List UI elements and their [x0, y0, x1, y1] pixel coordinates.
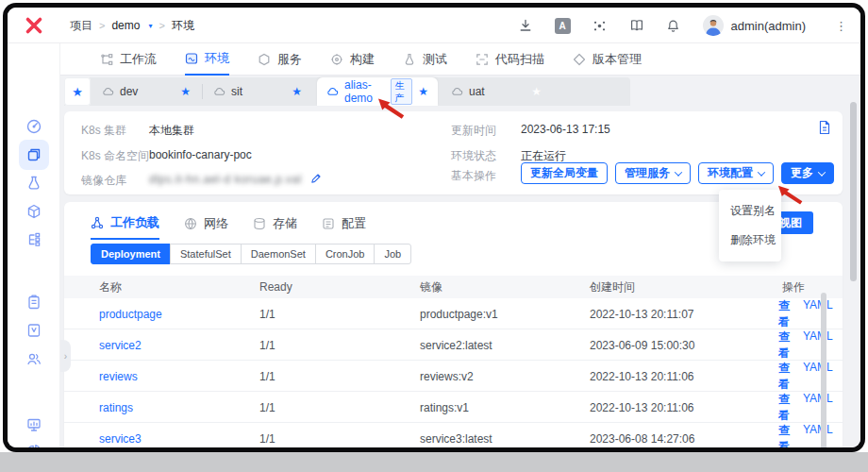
- table-scrollbar[interactable]: [821, 293, 826, 447]
- user-menu[interactable]: admin(admin): [703, 15, 806, 36]
- workload-name-link[interactable]: service2: [99, 339, 259, 352]
- operations-label: 基本操作: [451, 168, 496, 184]
- favorite-star-icon[interactable]: ★: [531, 85, 542, 98]
- credential-book-icon[interactable]: [19, 315, 49, 346]
- test-flask-icon[interactable]: [19, 168, 49, 198]
- workload-name-link[interactable]: service3: [99, 432, 259, 446]
- page-scrollbar[interactable]: [850, 102, 857, 281]
- config-file-icon: [322, 217, 335, 230]
- more-button[interactable]: 更多: [781, 162, 834, 184]
- template-clipboard-icon[interactable]: [19, 287, 49, 317]
- tab-code-scan[interactable]: 代码扫描: [476, 43, 544, 75]
- docs-icon[interactable]: [629, 18, 644, 33]
- favorite-star-icon[interactable]: ★: [292, 85, 302, 98]
- tab-workload[interactable]: 工作负载: [91, 214, 159, 240]
- env-tab-dev[interactable]: dev ★: [92, 77, 200, 106]
- projects-icon[interactable]: [19, 140, 49, 170]
- resource-tabs: 工作负载 网络 存储 配置: [91, 214, 366, 240]
- breadcrumb-project[interactable]: demo: [111, 19, 140, 32]
- zadig-logo-icon[interactable]: [24, 15, 44, 36]
- yaml-link[interactable]: YAML: [803, 423, 833, 447]
- view-link[interactable]: 查看: [778, 392, 790, 424]
- col-created: 创建时间: [590, 279, 778, 295]
- kind-job[interactable]: Job: [374, 244, 411, 264]
- kind-cronjob[interactable]: CronJob: [315, 244, 376, 264]
- breadcrumb-separator: >: [159, 20, 164, 31]
- workload-kind-switcher: Deployment StatefulSet DaemonSet CronJob…: [91, 244, 411, 264]
- menu-item-set-alias[interactable]: 设置别名: [719, 196, 781, 226]
- tab-config[interactable]: 配置: [322, 214, 366, 240]
- kind-deployment[interactable]: Deployment: [91, 244, 171, 264]
- view-link[interactable]: 查看: [778, 329, 790, 362]
- dashboard-icon[interactable]: [19, 111, 49, 142]
- created-value: 2022-10-13 20:11:07: [590, 308, 778, 321]
- notifications-bell-icon[interactable]: [666, 18, 681, 33]
- language-icon[interactable]: A: [555, 18, 571, 34]
- topbar: 项目 > demo ▾ > 环境 A: [8, 8, 860, 43]
- operation-buttons: 更新全局变量 管理服务 环境配置 更多: [521, 162, 834, 184]
- favorites-star-toggle[interactable]: ★: [64, 77, 91, 106]
- update-global-vars-button[interactable]: 更新全局变量: [521, 162, 608, 184]
- view-link[interactable]: 查看: [778, 298, 790, 330]
- env-config-button[interactable]: 环境配置: [698, 162, 774, 184]
- tab-network[interactable]: 网络: [184, 214, 228, 240]
- main-content: 工作流 环境 服务 构建: [60, 43, 860, 447]
- workload-nodes-icon: [91, 216, 104, 229]
- created-value: 2023-06-08 14:27:06: [590, 432, 778, 446]
- ready-value: 1/1: [259, 370, 420, 383]
- env-tab-uat[interactable]: uat ★: [442, 77, 551, 106]
- workload-name-link[interactable]: reviews: [99, 370, 259, 383]
- yaml-link[interactable]: YAML: [803, 392, 833, 424]
- tab-workflows[interactable]: 工作流: [100, 43, 157, 75]
- cluster-label: K8s 集群: [81, 123, 126, 139]
- image-value: reviews:v2: [420, 370, 590, 383]
- workload-name-link[interactable]: productpage: [99, 308, 259, 321]
- view-link[interactable]: 查看: [778, 423, 790, 447]
- annotation-arrow-env-tab: [377, 98, 406, 119]
- avatar[interactable]: [703, 15, 724, 36]
- cluster-icon[interactable]: [593, 18, 608, 33]
- app-screen: 项目 > demo ▾ > 环境 A: [8, 8, 860, 447]
- yaml-link[interactable]: YAML: [803, 329, 833, 362]
- username-label: admin(admin): [731, 19, 806, 33]
- cloud-icon: [451, 87, 463, 96]
- created-value: 2022-10-13 20:11:06: [590, 401, 778, 414]
- kind-daemonset[interactable]: DaemonSet: [241, 244, 316, 264]
- kebab-menu-icon[interactable]: ⋮: [835, 19, 847, 33]
- yaml-link[interactable]: YAML: [803, 298, 833, 330]
- edit-pencil-icon[interactable]: [310, 173, 322, 184]
- tab-environments[interactable]: 环境: [185, 43, 229, 76]
- users-icon[interactable]: [19, 344, 49, 374]
- kind-statefulset[interactable]: StatefulSet: [170, 244, 242, 264]
- tab-tests[interactable]: 测试: [403, 43, 447, 75]
- cluster-value: 本地集群: [149, 123, 194, 139]
- workload-name-link[interactable]: ratings: [99, 401, 259, 414]
- tab-version-management[interactable]: 版本管理: [573, 43, 642, 75]
- cloud-icon: [102, 87, 114, 96]
- table-row: productpage 1/1 productpage:v1 2022-10-1…: [64, 298, 843, 329]
- manage-services-button[interactable]: 管理服务: [615, 162, 691, 184]
- table-row: service3 1/1 service3:latest 2023-06-08 …: [64, 423, 843, 447]
- env-tab-sit[interactable]: sit ★: [204, 77, 311, 106]
- image-value: productpage:v1: [420, 308, 590, 321]
- yaml-link[interactable]: YAML: [803, 361, 833, 393]
- tab-services[interactable]: 服务: [258, 43, 302, 75]
- breadcrumb-section[interactable]: 项目: [70, 18, 92, 34]
- favorite-star-icon[interactable]: ★: [418, 85, 428, 98]
- screenshot-stage: 项目 > demo ▾ > 环境 A: [0, 0, 868, 472]
- view-link[interactable]: 查看: [778, 361, 790, 393]
- status-label: 环境状态: [451, 148, 496, 164]
- tab-storage[interactable]: 存储: [253, 214, 297, 240]
- chevron-down-icon[interactable]: ▾: [148, 22, 152, 30]
- favorite-star-icon[interactable]: ★: [180, 85, 191, 98]
- ready-value: 1/1: [259, 401, 420, 414]
- pipeline-tree-icon[interactable]: [19, 225, 49, 255]
- env-doc-icon[interactable]: [818, 120, 831, 135]
- menu-item-delete-env[interactable]: 删除环境: [719, 226, 781, 255]
- report-pie-icon[interactable]: [19, 436, 49, 447]
- download-icon[interactable]: [518, 18, 533, 33]
- namespace-value: bookinfo-canary-poc: [149, 148, 252, 161]
- tab-builds[interactable]: 构建: [330, 43, 375, 75]
- delivery-package-icon[interactable]: [19, 196, 49, 227]
- sidebar-collapse-handle[interactable]: ›: [60, 340, 71, 372]
